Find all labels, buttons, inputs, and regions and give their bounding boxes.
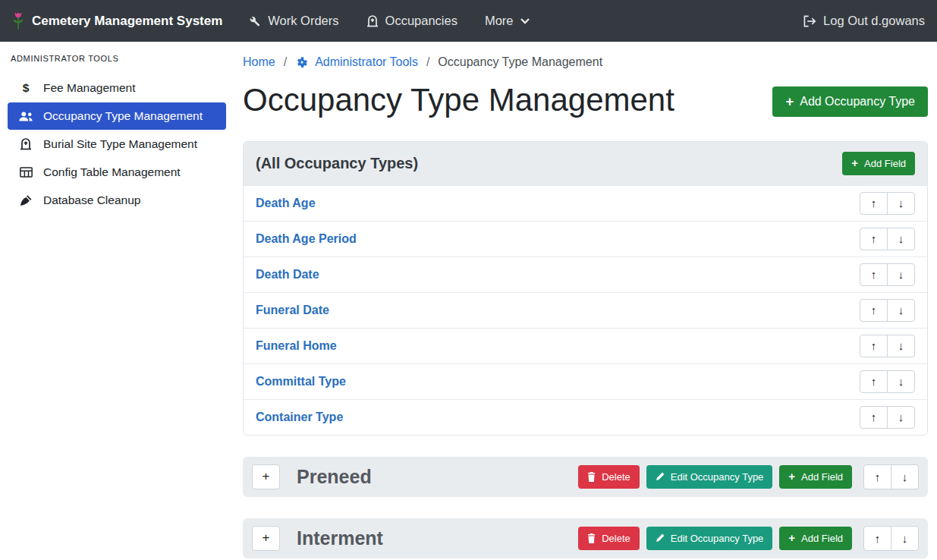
move-up-button[interactable]: ↑ <box>863 464 891 489</box>
plus-icon: + <box>788 471 795 483</box>
field-row: Death Age Period ↑ ↓ <box>244 221 927 256</box>
arrow-up-icon: ↑ <box>871 375 877 388</box>
arrow-up-icon: ↑ <box>871 232 877 245</box>
move-down-button[interactable]: ↓ <box>887 263 915 286</box>
sidebar-item-fee-management[interactable]: $ Fee Management <box>8 74 226 102</box>
reorder-controls: ↑ ↓ <box>863 526 919 551</box>
sidebar-item-label: Fee Management <box>43 81 136 95</box>
gear-icon <box>295 55 309 69</box>
sidebar-item-label: Burial Site Type Management <box>43 137 197 151</box>
reorder-controls: ↑ ↓ <box>863 464 919 489</box>
move-up-button[interactable]: ↑ <box>863 526 891 551</box>
breadcrumb-separator: / <box>284 55 287 69</box>
field-link[interactable]: Death Age Period <box>256 232 357 246</box>
field-link[interactable]: Committal Type <box>256 375 346 389</box>
delete-button[interactable]: Delete <box>578 527 640 550</box>
expand-button[interactable]: + <box>252 464 280 489</box>
sidebar-item-config-table-management[interactable]: Config Table Management <box>8 159 226 186</box>
delete-label: Delete <box>602 533 630 544</box>
reorder-controls: ↑ ↓ <box>860 228 915 250</box>
field-row: Container Type ↑ ↓ <box>244 399 927 435</box>
add-field-button[interactable]: + Add Field <box>842 152 915 175</box>
add-field-label: Add Field <box>864 158 906 169</box>
field-link[interactable]: Container Type <box>256 411 343 424</box>
move-down-button[interactable]: ↓ <box>891 464 919 489</box>
add-field-button[interactable]: + Add Field <box>779 527 852 550</box>
table-icon <box>18 167 33 178</box>
main-nav: Work Orders Occupancies More <box>248 14 529 28</box>
edit-occupancy-type-button[interactable]: Edit Occupancy Type <box>646 527 773 550</box>
arrow-up-icon: ↑ <box>871 268 877 281</box>
arrow-down-icon: ↓ <box>902 532 908 545</box>
move-down-button[interactable]: ↓ <box>891 526 919 551</box>
page-title: Occupancy Type Management <box>243 80 674 121</box>
nav-work-orders-label: Work Orders <box>268 14 338 28</box>
edit-occupancy-type-button[interactable]: Edit Occupancy Type <box>646 465 773 489</box>
delete-button[interactable]: Delete <box>578 465 640 489</box>
move-up-button[interactable]: ↑ <box>860 335 888 357</box>
tools-icon <box>248 15 261 27</box>
field-link[interactable]: Death Age <box>256 197 316 210</box>
arrow-down-icon: ↓ <box>898 411 904 423</box>
sidebar-item-label: Config Table Management <box>43 165 181 179</box>
all-occupancy-types-card: (All Occupancy Types) + Add Field Death … <box>243 141 928 436</box>
move-down-button[interactable]: ↓ <box>887 192 915 215</box>
sidebar-item-database-cleanup[interactable]: Database Cleanup <box>8 187 226 214</box>
add-field-label: Add Field <box>801 533 843 544</box>
field-link[interactable]: Funeral Date <box>256 304 329 317</box>
sidebar-item-occupancy-type-management[interactable]: Occupancy Type Management <box>8 102 226 130</box>
move-down-button[interactable]: ↓ <box>887 370 915 393</box>
arrow-up-icon: ↑ <box>871 411 877 423</box>
reorder-controls: ↑ ↓ <box>860 370 915 393</box>
tombstone-icon <box>366 15 379 27</box>
logout-link[interactable]: Log Out d.gowans <box>803 14 925 28</box>
add-field-button[interactable]: + Add Field <box>779 465 852 489</box>
trash-icon <box>587 533 596 543</box>
add-field-label: Add Field <box>801 471 843 483</box>
card-title: (All Occupancy Types) <box>256 155 418 172</box>
flower-logo-icon <box>12 11 24 31</box>
breadcrumb-home[interactable]: Home <box>243 55 275 69</box>
field-row: Funeral Date ↑ ↓ <box>244 292 927 328</box>
nav-work-orders[interactable]: Work Orders <box>248 14 338 28</box>
move-up-button[interactable]: ↑ <box>860 192 888 215</box>
all-occupancy-types-header: (All Occupancy Types) + Add Field <box>244 142 927 185</box>
reorder-controls: ↑ ↓ <box>860 192 915 215</box>
arrow-down-icon: ↓ <box>898 339 904 352</box>
field-row: Committal Type ↑ ↓ <box>244 363 927 399</box>
tombstone-icon <box>18 138 33 150</box>
sidebar-item-burial-site-type-management[interactable]: Burial Site Type Management <box>8 131 226 158</box>
move-up-button[interactable]: ↑ <box>860 370 888 393</box>
move-up-button[interactable]: ↑ <box>860 406 888 429</box>
move-down-button[interactable]: ↓ <box>887 299 915 322</box>
nav-more[interactable]: More <box>485 14 530 28</box>
main-content: Home / Administrator Tools / Occupancy T… <box>234 42 937 560</box>
breadcrumb-administrator-tools[interactable]: Administrator Tools <box>295 55 418 69</box>
edit-occupancy-type-label: Edit Occupancy Type <box>671 471 764 483</box>
move-down-button[interactable]: ↓ <box>887 335 915 357</box>
pencil-icon <box>656 533 665 543</box>
move-down-button[interactable]: ↓ <box>887 406 915 429</box>
add-occupancy-type-label: Add Occupancy Type <box>800 95 915 109</box>
sidebar-header: ADMINISTRATOR TOOLS <box>0 49 234 74</box>
move-up-button[interactable]: ↑ <box>860 299 888 322</box>
breadcrumb-separator: / <box>426 55 429 69</box>
expand-button[interactable]: + <box>252 526 280 551</box>
app-brand[interactable]: Cemetery Management System <box>12 11 222 31</box>
occupancy-type-title: Preneed <box>297 466 372 488</box>
arrow-down-icon: ↓ <box>902 470 908 483</box>
move-up-button[interactable]: ↑ <box>860 263 888 286</box>
move-down-button[interactable]: ↓ <box>887 228 915 250</box>
nav-occupancies[interactable]: Occupancies <box>366 14 457 28</box>
field-link[interactable]: Death Date <box>256 268 319 282</box>
field-link[interactable]: Funeral Home <box>256 339 337 353</box>
add-occupancy-type-button[interactable]: + Add Occupancy Type <box>772 87 928 117</box>
move-up-button[interactable]: ↑ <box>860 228 888 250</box>
sidebar-item-label: Database Cleanup <box>43 193 140 207</box>
app-title: Cemetery Management System <box>32 14 222 29</box>
arrow-up-icon: ↑ <box>871 304 877 316</box>
reorder-controls: ↑ ↓ <box>860 335 915 357</box>
breadcrumb-administrator-tools-label: Administrator Tools <box>315 55 418 69</box>
occupancy-type-section-preneed: + Preneed Delete <box>243 457 928 497</box>
occupancy-type-section-interment: + Interment Delete <box>243 518 928 558</box>
